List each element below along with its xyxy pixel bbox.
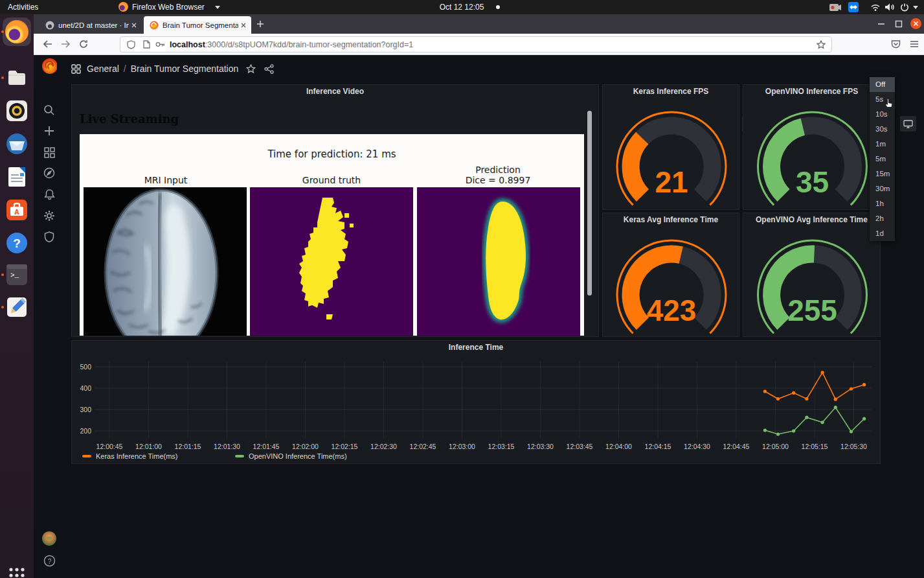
svg-text:12:03:00: 12:03:00 (449, 443, 475, 450)
panel-title[interactable]: OpenVINO Avg Inference Time (743, 215, 880, 224)
dock-thunderbird-icon[interactable] (5, 132, 28, 156)
svg-text:12:05:30: 12:05:30 (840, 443, 867, 450)
refresh-option-5m[interactable]: 5m (870, 152, 895, 167)
dock-app-grid-icon[interactable] (5, 564, 28, 578)
mri-input-image (84, 187, 247, 336)
panel-title[interactable]: Keras Inference FPS (603, 87, 739, 96)
system-menu-caret-icon[interactable] (913, 6, 918, 9)
notification-dot (496, 5, 500, 9)
dock-firefox-icon[interactable] (5, 20, 28, 43)
svg-text:12:03:15: 12:03:15 (488, 443, 515, 450)
refresh-option-off[interactable]: Off (870, 77, 895, 92)
panel-gauge-1: OpenVINO Inference FPS35 (743, 84, 881, 210)
svg-text:12:04:30: 12:04:30 (684, 443, 710, 450)
gauge-value: 255 (787, 294, 837, 327)
tab-brain-tumor-active[interactable]: Brain Tumor Segmentati (144, 16, 251, 34)
grafana-favicon (150, 21, 159, 30)
bookmark-star-icon[interactable] (817, 40, 826, 49)
forward-button[interactable] (58, 37, 73, 51)
window-maximize-button[interactable] (895, 20, 903, 28)
app-menu-caret-icon (215, 6, 220, 9)
panel-title[interactable]: Inference Video (72, 87, 598, 96)
panel-gauge-2: Keras Avg Inference Time423 (602, 213, 739, 337)
svg-text:500: 500 (80, 363, 91, 371)
refresh-option-1d[interactable]: 1d (870, 226, 895, 241)
prediction-time-text: Time for prediction: 21 ms (80, 148, 584, 160)
tab-close-icon[interactable] (131, 23, 137, 28)
panel-title[interactable]: Keras Avg Inference Time (603, 215, 739, 224)
pocket-icon[interactable] (888, 37, 903, 51)
dock-help-icon[interactable]: ? (5, 231, 28, 255)
refresh-option-30m[interactable]: 30m (870, 181, 895, 196)
activities-button[interactable]: Activities (8, 0, 38, 14)
legend-color-keras (82, 455, 91, 457)
gauge: 35 (743, 99, 881, 209)
window-minimize-button[interactable] (877, 23, 885, 25)
tab-title: unet/2D at master · Intel (58, 21, 129, 29)
wifi-icon[interactable] (870, 3, 881, 17)
panel-title[interactable]: Inference Time (72, 343, 880, 352)
screen-recorder-icon[interactable] (829, 3, 842, 17)
volume-icon[interactable] (885, 3, 895, 17)
grid (95, 362, 872, 439)
legend-item-keras[interactable]: Keras Inference Time(ms) (82, 452, 178, 460)
dock: A ? >_ (0, 14, 34, 578)
menu-hamburger-icon[interactable] (907, 37, 921, 51)
back-button[interactable] (40, 37, 54, 51)
svg-text:200: 200 (80, 427, 91, 435)
panel-inference-video: Inference Video Live Streaming Time for … (71, 84, 599, 337)
refresh-option-15m[interactable]: 15m (870, 167, 895, 181)
tab-unet-github[interactable]: unet/2D at master · Intel (40, 16, 141, 34)
svg-text:300: 300 (80, 406, 91, 413)
ground-truth-image (250, 187, 413, 336)
panel-inference-time: Inference Time 20030040050012:00:4512:01… (71, 340, 881, 464)
legend-item-openvino[interactable]: OpenVINO Inference Time(ms) (235, 452, 347, 460)
password-key-icon[interactable] (155, 41, 165, 48)
mri-input-label: MRI Input (101, 175, 231, 185)
dock-ubuntu-software-icon[interactable]: A (5, 198, 28, 222)
axis-labels: 20030040050012:00:4512:01:0012:01:1512:0… (80, 363, 867, 451)
svg-text:12:01:30: 12:01:30 (214, 443, 240, 450)
teamviewer-icon[interactable] (848, 2, 859, 16)
refresh-option-30s[interactable]: 30s (870, 122, 895, 137)
page-info-icon[interactable] (143, 40, 150, 49)
svg-text:?: ? (13, 237, 21, 250)
svg-text:12:05:00: 12:05:00 (762, 443, 789, 450)
dock-terminal-icon[interactable]: >_ (5, 263, 28, 286)
app-menu-button[interactable]: Firefox Web Browser (132, 0, 205, 14)
prediction-label: PredictionDice = 0.8997 (433, 165, 563, 185)
time-series-chart[interactable]: 20030040050012:00:4512:01:0012:01:1512:0… (72, 352, 880, 463)
reload-button[interactable] (76, 37, 91, 51)
refresh-option-2h[interactable]: 2h (870, 211, 895, 226)
svg-text:12:03:45: 12:03:45 (567, 443, 593, 450)
new-tab-button[interactable] (256, 20, 264, 28)
svg-text:12:05:15: 12:05:15 (802, 443, 828, 450)
dock-rhythmbox-icon[interactable] (5, 99, 28, 122)
svg-text:12:02:00: 12:02:00 (292, 443, 319, 450)
url-bar[interactable]: localhost:3000/d/s8tpUOM7kdd/brain-tumor… (120, 36, 832, 52)
dock-files-icon[interactable] (5, 66, 28, 89)
dock-libreoffice-writer-icon[interactable] (5, 165, 28, 189)
refresh-option-10s[interactable]: 10s (870, 107, 895, 122)
refresh-option-1m[interactable]: 1m (870, 137, 895, 152)
svg-text:12:02:15: 12:02:15 (332, 443, 358, 450)
tab-title: Brain Tumor Segmentati (163, 21, 238, 29)
power-icon[interactable] (900, 3, 909, 17)
live-streaming-heading: Live Streaming (80, 112, 179, 126)
refresh-option-1h[interactable]: 1h (870, 196, 895, 211)
window-close-button[interactable] (910, 18, 921, 29)
panel-title[interactable]: OpenVINO Inference FPS (743, 87, 880, 96)
svg-text:12:01:15: 12:01:15 (175, 443, 201, 450)
gauge: 255 (743, 227, 881, 338)
legend-label: OpenVINO Inference Time(ms) (249, 452, 347, 460)
tracking-shield-icon[interactable] (127, 40, 135, 49)
clock[interactable]: Oct 12 12:05 (433, 0, 491, 14)
svg-text:12:02:45: 12:02:45 (410, 443, 436, 450)
panel-scrollbar[interactable] (587, 111, 592, 295)
tab-close-icon[interactable] (241, 23, 246, 28)
dock-text-editor-icon[interactable] (5, 295, 28, 319)
url-host: localhost (170, 40, 205, 49)
browser-nav-bar: localhost:3000/d/s8tpUOM7kdd/brain-tumor… (34, 34, 924, 55)
svg-text:>_: >_ (10, 272, 19, 279)
gauge: 423 (603, 227, 740, 338)
